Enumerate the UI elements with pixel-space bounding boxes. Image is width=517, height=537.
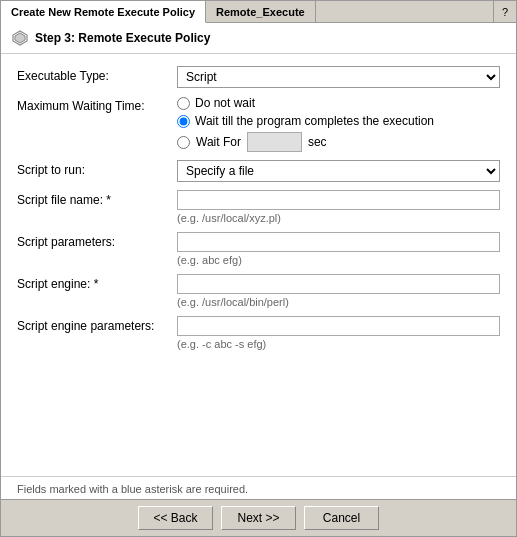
radio-wait-till[interactable] <box>177 115 190 128</box>
radio-wait-till-label: Wait till the program completes the exec… <box>195 114 434 128</box>
script-engine-hint: (e.g. /usr/local/bin/perl) <box>177 296 500 308</box>
next-button[interactable]: Next >> <box>221 506 296 530</box>
radio-do-not-wait-label: Do not wait <box>195 96 255 110</box>
script-engine-control: (e.g. /usr/local/bin/perl) <box>177 274 500 308</box>
script-engine-row: Script engine: * (e.g. /usr/local/bin/pe… <box>17 274 500 308</box>
script-parameters-label: Script parameters: <box>17 232 177 249</box>
back-button[interactable]: << Back <box>138 506 213 530</box>
script-engine-params-row: Script engine parameters: (e.g. -c abc -… <box>17 316 500 350</box>
executable-type-row: Executable Type: Script Binary Other <box>17 66 500 88</box>
radio-do-not-wait[interactable] <box>177 97 190 110</box>
footer-note: Fields marked with a blue asterisk are r… <box>1 476 516 499</box>
executable-type-control: Script Binary Other <box>177 66 500 88</box>
active-tab[interactable]: Create New Remote Execute Policy <box>1 1 206 23</box>
wait-for-input[interactable] <box>247 132 302 152</box>
waiting-time-label: Maximum Waiting Time: <box>17 96 177 113</box>
radio-wait-for[interactable] <box>177 136 190 149</box>
radio-wait-till-row: Wait till the program completes the exec… <box>177 114 500 128</box>
script-engine-params-label: Script engine parameters: <box>17 316 177 333</box>
script-parameters-input[interactable] <box>177 232 500 252</box>
script-parameters-control: (e.g. abc efg) <box>177 232 500 266</box>
executable-type-select[interactable]: Script Binary Other <box>177 66 500 88</box>
title-bar: Create New Remote Execute Policy Remote_… <box>1 1 516 23</box>
script-file-name-control: (e.g. /usr/local/xyz.pl) <box>177 190 500 224</box>
radio-wait-for-row: Wait For sec <box>177 132 500 152</box>
footer-buttons: << Back Next >> Cancel <box>1 499 516 536</box>
form-content: Executable Type: Script Binary Other Max… <box>1 54 516 476</box>
cancel-button[interactable]: Cancel <box>304 506 379 530</box>
window: Create New Remote Execute Policy Remote_… <box>0 0 517 537</box>
radio-do-not-wait-row: Do not wait <box>177 96 500 110</box>
script-to-run-label: Script to run: <box>17 160 177 177</box>
script-file-name-input[interactable] <box>177 190 500 210</box>
step-header: Step 3: Remote Execute Policy <box>1 23 516 54</box>
script-engine-params-hint: (e.g. -c abc -s efg) <box>177 338 500 350</box>
step-title: Step 3: Remote Execute Policy <box>35 31 210 45</box>
script-parameters-hint: (e.g. abc efg) <box>177 254 500 266</box>
script-engine-params-input[interactable] <box>177 316 500 336</box>
help-button[interactable]: ? <box>493 1 516 22</box>
executable-type-label: Executable Type: <box>17 66 177 83</box>
radio-wait-for-label: Wait For <box>196 135 241 149</box>
waiting-time-radio-group: Do not wait Wait till the program comple… <box>177 96 500 152</box>
script-to-run-row: Script to run: Specify a file Inline scr… <box>17 160 500 182</box>
svg-marker-1 <box>15 33 25 43</box>
script-parameters-row: Script parameters: (e.g. abc efg) <box>17 232 500 266</box>
script-to-run-control: Specify a file Inline script <box>177 160 500 182</box>
script-file-name-label: Script file name: * <box>17 190 177 207</box>
script-file-name-hint: (e.g. /usr/local/xyz.pl) <box>177 212 500 224</box>
script-engine-params-control: (e.g. -c abc -s efg) <box>177 316 500 350</box>
waiting-time-control: Do not wait Wait till the program comple… <box>177 96 500 152</box>
waiting-time-row: Maximum Waiting Time: Do not wait Wait t… <box>17 96 500 152</box>
script-engine-label: Script engine: * <box>17 274 177 291</box>
script-file-name-row: Script file name: * (e.g. /usr/local/xyz… <box>17 190 500 224</box>
wait-for-unit: sec <box>308 135 327 149</box>
inactive-tab[interactable]: Remote_Execute <box>206 1 316 22</box>
script-engine-input[interactable] <box>177 274 500 294</box>
step-icon <box>11 29 29 47</box>
script-to-run-select[interactable]: Specify a file Inline script <box>177 160 500 182</box>
